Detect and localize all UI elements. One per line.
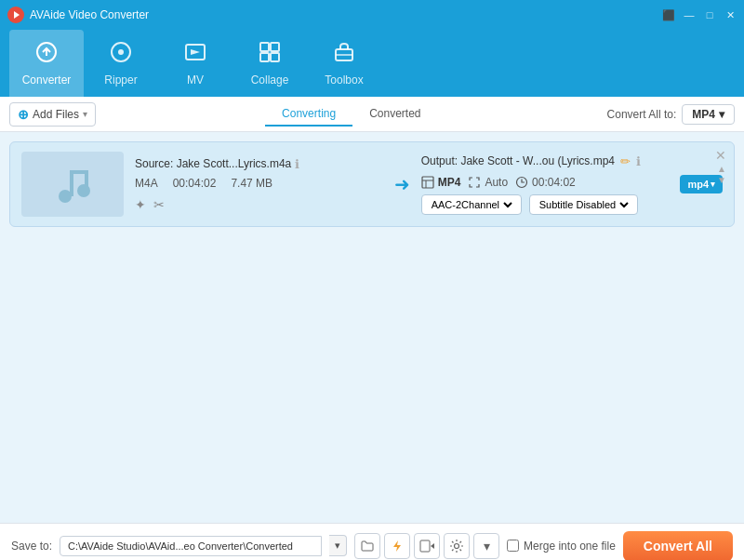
minimize-button[interactable]: — bbox=[683, 8, 696, 21]
remove-item-button[interactable]: ✕ bbox=[715, 148, 726, 163]
convert-all-to: Convert All to: MP4 ▾ bbox=[607, 104, 735, 125]
output-auto-label: Auto bbox=[485, 176, 508, 189]
app-logo bbox=[7, 7, 24, 23]
nav-item-ripper[interactable]: Ripper bbox=[84, 30, 158, 97]
row-controls: AAC-2Channel Subtitle Disabled bbox=[421, 194, 670, 215]
nav-converter-label: Converter bbox=[22, 73, 72, 87]
nav-item-collage[interactable]: Collage bbox=[232, 30, 307, 97]
app-title: AVAide Video Converter bbox=[30, 8, 662, 21]
file-size: 7.47 MB bbox=[231, 177, 272, 190]
svg-rect-14 bbox=[70, 170, 73, 196]
merge-checkbox[interactable] bbox=[507, 540, 519, 552]
output-duration: 00:04:02 bbox=[532, 176, 576, 189]
nav-toolbox-label: Toolbox bbox=[325, 73, 363, 87]
subtitle-select[interactable]: Subtitle Disabled bbox=[536, 198, 631, 211]
toolbox-icon bbox=[332, 40, 356, 70]
file-info: Source: Jake Scott...Lyrics.m4a ℹ M4A 00… bbox=[135, 157, 383, 212]
add-files-button[interactable]: ⊕ Add Files ▾ bbox=[9, 102, 96, 127]
settings-button[interactable] bbox=[444, 533, 470, 559]
enhance-icon[interactable]: ✦ bbox=[135, 197, 146, 212]
save-to-label: Save to: bbox=[11, 540, 52, 553]
save-path-input[interactable] bbox=[60, 536, 322, 556]
tab-group: Converting Converted bbox=[96, 102, 607, 127]
output-section: Output: Jake Scott - W...ou (Lyrics.mp4 … bbox=[421, 154, 670, 215]
title-bar: AVAide Video Converter ⬛ — □ ✕ bbox=[0, 0, 744, 30]
cut-icon[interactable]: ✂ bbox=[153, 197, 165, 212]
nav-bar: Converter Ripper MV Collag bbox=[0, 30, 744, 97]
output-format: MP4 bbox=[421, 176, 461, 189]
content-area: Source: Jake Scott...Lyrics.m4a ℹ M4A 00… bbox=[0, 132, 744, 523]
preview-button[interactable] bbox=[414, 533, 440, 559]
scroll-controls: ▲ ▼ bbox=[717, 165, 726, 185]
source-label: Source: Jake Scott...Lyrics.m4a bbox=[135, 157, 291, 170]
format-chevron-icon: ▾ bbox=[719, 108, 724, 121]
scroll-down-icon[interactable]: ▼ bbox=[717, 176, 726, 185]
bottom-icons: ▾ bbox=[354, 533, 499, 559]
gear-icon bbox=[449, 539, 464, 553]
ripper-icon bbox=[109, 40, 133, 70]
output-format-label: MP4 bbox=[438, 176, 461, 189]
file-thumbnail bbox=[21, 152, 124, 217]
music-note-icon bbox=[49, 161, 96, 207]
close-button[interactable]: ✕ bbox=[724, 8, 737, 21]
audio-select[interactable]: AAC-2Channel bbox=[428, 198, 515, 211]
nav-ripper-label: Ripper bbox=[104, 73, 137, 87]
settings-dropdown-button[interactable]: ▾ bbox=[473, 533, 499, 559]
chat-icon[interactable]: ⬛ bbox=[662, 8, 675, 21]
convert-all-button[interactable]: Convert All bbox=[623, 531, 733, 561]
svg-marker-22 bbox=[431, 543, 434, 549]
global-format-button[interactable]: MP4 ▾ bbox=[682, 104, 735, 125]
nav-item-mv[interactable]: MV bbox=[158, 30, 232, 97]
svg-rect-16 bbox=[85, 170, 88, 191]
output-label: Output: Jake Scott - W...ou (Lyrics.mp4 bbox=[421, 154, 615, 167]
svg-rect-21 bbox=[420, 540, 430, 552]
tab-converting[interactable]: Converting bbox=[265, 102, 352, 127]
svg-point-12 bbox=[59, 190, 72, 203]
tab-converted[interactable]: Converted bbox=[352, 102, 437, 127]
flash-button[interactable] bbox=[384, 533, 410, 559]
collage-icon bbox=[258, 40, 282, 70]
file-source: Source: Jake Scott...Lyrics.m4a ℹ bbox=[135, 157, 383, 171]
nav-item-converter[interactable]: Converter bbox=[9, 30, 84, 97]
svg-point-4 bbox=[118, 49, 124, 55]
nav-collage-label: Collage bbox=[251, 73, 289, 87]
svg-rect-6 bbox=[260, 43, 269, 51]
svg-rect-9 bbox=[271, 53, 279, 61]
output-time: 00:04:02 bbox=[515, 176, 576, 189]
subtitle-dropdown[interactable]: Subtitle Disabled bbox=[529, 194, 638, 215]
folder-icon bbox=[360, 539, 375, 553]
converter-icon bbox=[34, 40, 59, 70]
svg-rect-8 bbox=[260, 53, 269, 61]
badge-chevron-icon: ▾ bbox=[711, 180, 715, 189]
chevron-down-icon: ▾ bbox=[83, 109, 87, 119]
flash-icon bbox=[390, 539, 405, 553]
output-resolution: Auto bbox=[468, 176, 508, 189]
save-path-dropdown[interactable]: ▾ bbox=[329, 535, 347, 556]
arrow-right-icon: ➜ bbox=[394, 173, 410, 195]
bottom-bar: Save to: ▾ ▾ Merge in bbox=[0, 523, 744, 560]
plus-icon: ⊕ bbox=[18, 107, 29, 122]
play-icon bbox=[419, 539, 434, 553]
edit-output-icon[interactable]: ✏ bbox=[620, 154, 631, 168]
file-meta: M4A 00:04:02 7.47 MB bbox=[135, 177, 383, 190]
folder-open-button[interactable] bbox=[354, 533, 380, 559]
resize-icon bbox=[468, 176, 481, 189]
file-format: M4A bbox=[135, 177, 158, 190]
file-duration: 00:04:02 bbox=[173, 177, 217, 190]
nav-item-toolbox[interactable]: Toolbox bbox=[307, 30, 381, 97]
output-controls: MP4 Auto 00:04:02 bbox=[421, 176, 670, 189]
source-info-icon[interactable]: ℹ bbox=[295, 157, 299, 171]
clock-icon bbox=[515, 176, 528, 189]
maximize-button[interactable]: □ bbox=[703, 8, 716, 21]
mv-icon bbox=[183, 40, 207, 70]
badge-format-label: mp4 bbox=[687, 179, 709, 190]
scroll-up-icon[interactable]: ▲ bbox=[717, 165, 726, 174]
merge-section: Merge into one file bbox=[507, 540, 616, 553]
file-item-card: Source: Jake Scott...Lyrics.m4a ℹ M4A 00… bbox=[9, 141, 735, 227]
svg-rect-7 bbox=[271, 43, 279, 51]
add-files-label: Add Files bbox=[33, 108, 79, 121]
audio-dropdown[interactable]: AAC-2Channel bbox=[421, 194, 522, 215]
merge-label: Merge into one file bbox=[524, 540, 616, 553]
output-info-icon[interactable]: ℹ bbox=[636, 154, 641, 168]
nav-mv-label: MV bbox=[187, 73, 204, 87]
